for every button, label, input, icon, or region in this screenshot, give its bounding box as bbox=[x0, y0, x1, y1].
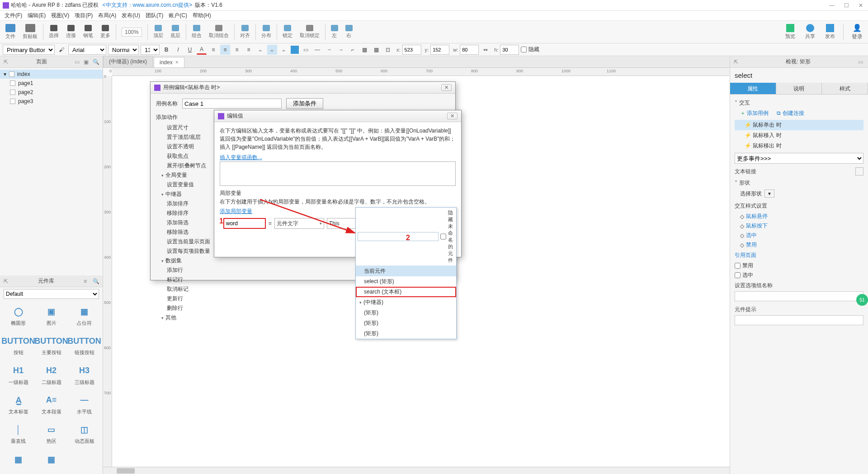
tb-share[interactable]: 共享 bbox=[803, 24, 817, 40]
library-item[interactable] bbox=[69, 451, 100, 471]
ixstyle-disabled[interactable]: ◇ 禁用 bbox=[740, 240, 863, 250]
fontsize-sel[interactable]: 13 bbox=[141, 45, 160, 55]
menu-project[interactable]: 项目(P) bbox=[72, 12, 95, 19]
tb-back[interactable]: 底层 bbox=[169, 25, 182, 39]
library-item[interactable]: ▦ bbox=[3, 451, 34, 471]
add-case-link[interactable]: ＋ 添加用例 bbox=[740, 109, 769, 117]
event-mousein[interactable]: ⚡ 鼠标移入 时 bbox=[735, 130, 863, 141]
library-item[interactable]: H1一级标题 bbox=[3, 363, 34, 389]
tab-index[interactable]: index× bbox=[154, 57, 184, 67]
menu-publish[interactable]: 发布(U) bbox=[119, 12, 143, 19]
tb-right[interactable]: 右 bbox=[344, 25, 354, 39]
tb-front[interactable]: 顶层 bbox=[151, 25, 165, 39]
widget-type-sel[interactable]: Primary Button bbox=[3, 45, 55, 55]
textcolor-icon[interactable]: A bbox=[197, 45, 207, 55]
library-item[interactable]: A≡文本段落 bbox=[36, 392, 67, 419]
library-item[interactable]: ▭热区 bbox=[36, 422, 67, 448]
dropdown-search-input[interactable] bbox=[358, 232, 439, 241]
tb-select[interactable]: 选择 bbox=[47, 25, 61, 39]
dropdown-item[interactable]: (矩形) bbox=[356, 308, 456, 318]
window-maximize-icon[interactable]: ☐ bbox=[842, 2, 851, 9]
tooltip-input[interactable] bbox=[735, 315, 863, 325]
add-condition-button[interactable]: 添加条件 bbox=[286, 98, 323, 109]
library-select[interactable]: Default bbox=[4, 289, 99, 299]
menu-arrange[interactable]: 布局(A) bbox=[95, 12, 119, 19]
italic-icon[interactable]: I bbox=[173, 45, 183, 55]
tb-distribute[interactable]: 分布 bbox=[259, 25, 273, 39]
lock-aspect-icon[interactable]: ⇔ bbox=[481, 45, 491, 55]
style-painter-icon[interactable]: 🖌 bbox=[57, 45, 66, 55]
page-page3[interactable]: page3 bbox=[0, 97, 103, 106]
menu-account[interactable]: 账户(C) bbox=[166, 12, 190, 19]
section-shape-hd[interactable]: 形状 bbox=[739, 179, 750, 187]
valign-mid-icon[interactable]: ⫠ bbox=[267, 45, 277, 55]
page-page1[interactable]: page1 bbox=[0, 79, 103, 88]
ixstyle-mousedown[interactable]: ◇ 鼠标按下 bbox=[740, 221, 863, 231]
feedback-badge-icon[interactable]: 51 bbox=[856, 294, 868, 306]
tab-repeater[interactable]: (中继器) (index) bbox=[103, 56, 153, 67]
library-item[interactable]: ▣图片 bbox=[36, 303, 67, 330]
y-input[interactable] bbox=[430, 45, 449, 55]
app-support-link[interactable]: <中文支持：www.axure.com.cn提供> bbox=[103, 1, 193, 9]
shadow-ext-icon[interactable]: ▩ bbox=[359, 45, 369, 55]
page-page2[interactable]: page2 bbox=[0, 88, 103, 97]
shadow-int-icon[interactable]: ▩ bbox=[371, 45, 381, 55]
add-localvar-link[interactable]: 添加局部变量 bbox=[220, 208, 252, 214]
library-item[interactable]: BUTTON链接按钮 bbox=[69, 333, 100, 360]
tb-login[interactable]: 👤登录 bbox=[850, 24, 864, 41]
library-item[interactable]: H3三级标题 bbox=[69, 363, 100, 389]
window-close-icon[interactable]: ✕ bbox=[856, 2, 865, 9]
chk-selected[interactable] bbox=[735, 272, 741, 278]
library-item[interactable]: BUTTON主要按钮 bbox=[36, 333, 67, 360]
dropdown-item[interactable]: (中继器) bbox=[356, 297, 456, 308]
menu-edit[interactable]: 编辑(E) bbox=[25, 12, 48, 19]
tab-properties[interactable]: 属性 bbox=[730, 83, 776, 94]
library-item[interactable]: H2二级标题 bbox=[36, 363, 67, 389]
h-scrollbar[interactable] bbox=[103, 467, 730, 474]
arrow-icon[interactable]: → bbox=[336, 45, 346, 55]
tab-close-icon[interactable]: × bbox=[175, 59, 179, 66]
padding-icon[interactable]: ⊡ bbox=[383, 45, 393, 55]
linewidth-icon[interactable]: — bbox=[312, 45, 322, 55]
ixstyle-selected[interactable]: ◇ 选中 bbox=[740, 231, 863, 240]
more-events-sel[interactable]: 更多事件>>> bbox=[735, 153, 863, 164]
fill-icon[interactable] bbox=[291, 46, 299, 54]
dlg1-close-icon[interactable]: ✕ bbox=[441, 84, 452, 91]
tb-pen[interactable]: 钢笔 bbox=[81, 25, 95, 39]
tb-connect[interactable]: 连接 bbox=[64, 25, 78, 39]
dropdown-item[interactable]: search (文本框) bbox=[356, 287, 456, 297]
dropdown-item[interactable]: (矩形) bbox=[356, 318, 456, 328]
align-center-icon[interactable]: ≡ bbox=[232, 45, 242, 55]
library-item[interactable]: —水平线 bbox=[69, 392, 100, 419]
event-mouseout[interactable]: ⚡ 鼠标移出 时 bbox=[735, 141, 863, 151]
event-click[interactable]: ⚡ 鼠标单击 时 bbox=[735, 120, 863, 130]
library-item[interactable]: ▦ bbox=[36, 451, 67, 471]
border-icon[interactable]: ▭ bbox=[301, 45, 311, 55]
menu-team[interactable]: 团队(T) bbox=[143, 12, 166, 19]
tb-ungroup[interactable]: 取消组合 bbox=[207, 25, 231, 39]
localvar-source-sel[interactable]: 元件文字 bbox=[274, 218, 324, 229]
dropdown-item[interactable]: select (矩形) bbox=[356, 276, 456, 287]
dropdown-item[interactable]: 当前元件 bbox=[356, 266, 456, 276]
tb-publish[interactable]: 发布 bbox=[823, 24, 837, 40]
create-link-link[interactable]: ⧉ 创建连接 bbox=[777, 109, 804, 117]
hidden-checkbox[interactable] bbox=[521, 47, 527, 52]
library-item[interactable]: ◯椭圆形 bbox=[3, 303, 34, 330]
tb-left[interactable]: 左 bbox=[329, 25, 340, 39]
menu-help[interactable]: 帮助(H) bbox=[190, 12, 214, 19]
weight-sel[interactable]: Normal bbox=[108, 45, 139, 55]
shape-picker[interactable]: ▾ bbox=[764, 190, 774, 198]
insert-var-link[interactable]: 插入变量或函数... bbox=[220, 154, 262, 161]
underline-icon[interactable]: U bbox=[185, 45, 195, 55]
menu-view[interactable]: 视图(V) bbox=[48, 12, 72, 19]
w-input[interactable] bbox=[460, 45, 479, 55]
localvar-name-input[interactable] bbox=[223, 218, 266, 229]
case-name-input[interactable] bbox=[182, 99, 282, 109]
inspector-more-icon[interactable]: ▭ bbox=[858, 59, 864, 65]
valign-top-icon[interactable]: ⫠ bbox=[255, 45, 265, 55]
tb-zoom[interactable]: 100% bbox=[120, 28, 144, 37]
add-page-icon[interactable]: ▭ bbox=[75, 59, 81, 65]
linetype-icon[interactable]: ┄ bbox=[324, 45, 334, 55]
tb-file[interactable]: 文件 bbox=[4, 24, 17, 40]
library-item[interactable]: BUTTON按钮 bbox=[3, 333, 34, 360]
